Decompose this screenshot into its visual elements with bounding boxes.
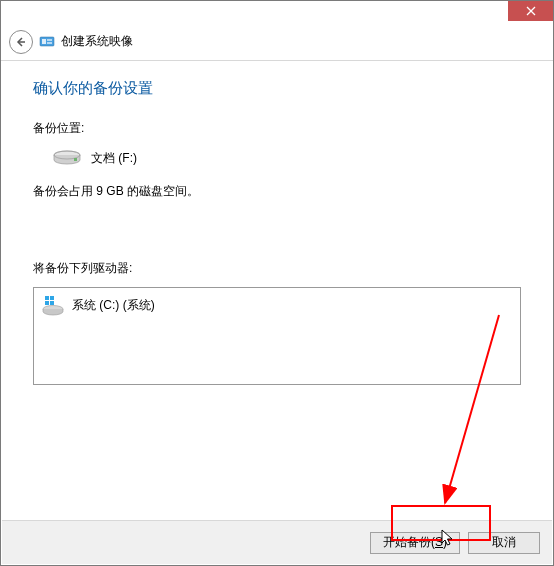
drives-label: 将备份下列驱动器: [33, 260, 521, 277]
system-image-icon [39, 34, 55, 50]
close-button[interactable] [508, 1, 553, 21]
backup-size-text: 备份会占用 9 GB 的磁盘空间。 [33, 183, 521, 200]
back-arrow-icon [15, 36, 27, 48]
drive-label: 系统 (C:) (系统) [72, 297, 155, 314]
cancel-button[interactable]: 取消 [468, 532, 540, 554]
back-button[interactable] [9, 30, 33, 54]
content-area: 确认你的备份设置 备份位置: 文档 (F:) 备份会占用 9 GB 的磁盘空间。… [1, 61, 553, 509]
drive-row: 系统 (C:) (系统) [42, 294, 512, 316]
windows-drive-icon [42, 294, 64, 316]
window-title: 创建系统映像 [61, 33, 133, 50]
start-backup-accel: S [435, 535, 443, 549]
svg-rect-14 [50, 301, 54, 305]
svg-rect-9 [74, 158, 77, 161]
cancel-label: 取消 [492, 535, 516, 549]
footer-bar: 开始备份(S) 取消 [2, 520, 552, 564]
dialog-window: 创建系统映像 确认你的备份设置 备份位置: 文档 (F:) 备份会占用 9 GB… [0, 0, 554, 566]
header-bar: 创建系统映像 [1, 23, 553, 61]
hard-drive-icon [51, 147, 83, 169]
start-backup-button[interactable]: 开始备份(S) [370, 532, 460, 554]
confirm-heading: 确认你的备份设置 [33, 79, 521, 98]
start-backup-label-post: ) [443, 535, 447, 549]
title-bar [1, 1, 553, 23]
backup-location-row: 文档 (F:) [51, 147, 521, 169]
start-backup-label-pre: 开始备份( [383, 535, 435, 549]
close-icon [526, 6, 536, 16]
svg-rect-6 [47, 42, 52, 44]
svg-rect-4 [42, 39, 46, 44]
svg-rect-5 [47, 39, 52, 41]
backup-location-value: 文档 (F:) [91, 150, 137, 167]
svg-rect-11 [45, 296, 49, 300]
backup-location-label: 备份位置: [33, 120, 521, 137]
drives-list: 系统 (C:) (系统) [33, 287, 521, 385]
svg-rect-13 [45, 301, 49, 305]
svg-rect-12 [50, 296, 54, 300]
